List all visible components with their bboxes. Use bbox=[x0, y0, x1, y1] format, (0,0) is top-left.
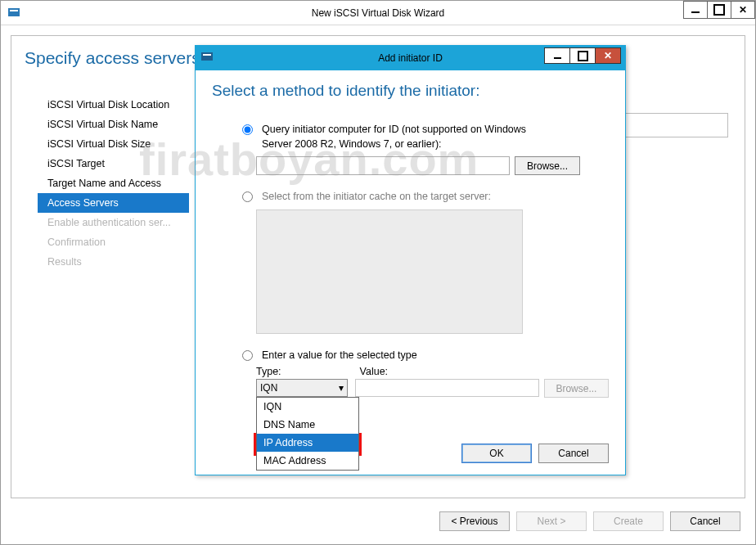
modal-cancel-button[interactable]: Cancel bbox=[538, 444, 609, 463]
modal-title: Add initiator ID bbox=[378, 52, 443, 64]
svg-rect-1 bbox=[10, 10, 18, 11]
radio-query[interactable] bbox=[242, 124, 253, 135]
nav-item-authentication: Enable authentication ser... bbox=[38, 213, 189, 232]
next-button: Next > bbox=[516, 511, 587, 531]
modal-minimize-button[interactable] bbox=[544, 47, 570, 64]
wizard-nav: iSCSI Virtual Disk Location iSCSI Virtua… bbox=[38, 95, 189, 272]
wizard-heading: Specify access servers bbox=[25, 48, 200, 68]
svg-rect-2 bbox=[201, 52, 213, 61]
maximize-button[interactable] bbox=[707, 1, 731, 19]
radio-manual[interactable] bbox=[242, 350, 253, 361]
minimize-button[interactable] bbox=[683, 1, 708, 19]
type-option-dns[interactable]: DNS Name bbox=[257, 416, 358, 434]
chevron-down-icon: ▾ bbox=[339, 382, 344, 394]
nav-item-results: Results bbox=[38, 252, 189, 272]
nav-item-target-name[interactable]: Target Name and Access bbox=[38, 173, 189, 193]
initiator-cache-list bbox=[256, 209, 523, 334]
query-browse-button[interactable]: Browse... bbox=[515, 156, 580, 175]
modal-app-icon bbox=[200, 51, 214, 64]
nav-item-target[interactable]: iSCSI Target bbox=[38, 154, 189, 173]
nav-item-size[interactable]: iSCSI Virtual Disk Size bbox=[38, 134, 189, 154]
ok-button[interactable]: OK bbox=[461, 444, 532, 463]
query-computer-input[interactable] bbox=[256, 156, 510, 175]
svg-rect-3 bbox=[203, 54, 211, 56]
type-option-iqn[interactable]: IQN bbox=[257, 398, 358, 416]
modal-heading: Select a method to identify the initiato… bbox=[212, 82, 609, 100]
type-label: Type: bbox=[256, 366, 281, 377]
radio-cache-label: Select from the initiator cache on the t… bbox=[262, 190, 491, 205]
nav-item-confirmation: Confirmation bbox=[38, 232, 189, 252]
value-browse-button: Browse... bbox=[544, 379, 609, 398]
radio-query-row: Query initiator computer for ID (not sup… bbox=[238, 123, 609, 151]
type-option-mac[interactable]: MAC Address bbox=[257, 452, 358, 470]
app-icon bbox=[7, 7, 20, 20]
radio-cache[interactable] bbox=[242, 191, 253, 202]
close-button[interactable] bbox=[731, 1, 755, 19]
nav-item-name[interactable]: iSCSI Virtual Disk Name bbox=[38, 115, 189, 134]
modal-maximize-button[interactable] bbox=[569, 47, 596, 64]
modal-titlebar: Add initiator ID bbox=[196, 46, 625, 70]
nav-item-access-servers[interactable]: Access Servers bbox=[38, 193, 189, 213]
modal-body: Select a method to identify the initiato… bbox=[212, 82, 609, 426]
value-input[interactable] bbox=[355, 379, 539, 397]
svg-rect-0 bbox=[8, 8, 20, 16]
wizard-window-controls bbox=[684, 1, 755, 19]
cancel-button[interactable]: Cancel bbox=[670, 511, 740, 531]
type-dropdown: IQN DNS Name IP Address MAC Address bbox=[256, 397, 359, 471]
radio-manual-label: Enter a value for the selected type bbox=[262, 349, 417, 363]
nav-item-location[interactable]: iSCSI Virtual Disk Location bbox=[38, 95, 189, 115]
radio-query-label: Query initiator computer for ID (not sup… bbox=[262, 123, 540, 151]
wizard-footer: < Previous Next > Create Cancel bbox=[1, 498, 755, 544]
add-initiator-dialog: Add initiator ID Select a method to iden… bbox=[195, 45, 626, 475]
value-label: Value: bbox=[360, 366, 389, 377]
type-value-labels: Type: Value: bbox=[256, 366, 609, 377]
wizard-titlebar: New iSCSI Virtual Disk Wizard bbox=[1, 1, 755, 25]
previous-button[interactable]: < Previous bbox=[439, 511, 510, 531]
modal-close-button[interactable] bbox=[595, 47, 621, 64]
radio-cache-row: Select from the initiator cache on the t… bbox=[238, 190, 609, 205]
type-combobox[interactable]: IQN ▾ bbox=[256, 379, 348, 397]
wizard-title: New iSCSI Virtual Disk Wizard bbox=[312, 7, 444, 19]
radio-manual-row: Enter a value for the selected type bbox=[238, 349, 609, 363]
type-option-ip[interactable]: IP Address bbox=[257, 434, 358, 452]
create-button: Create bbox=[593, 511, 664, 531]
type-selected-text: IQN bbox=[260, 382, 277, 394]
modal-window-controls bbox=[545, 47, 621, 64]
